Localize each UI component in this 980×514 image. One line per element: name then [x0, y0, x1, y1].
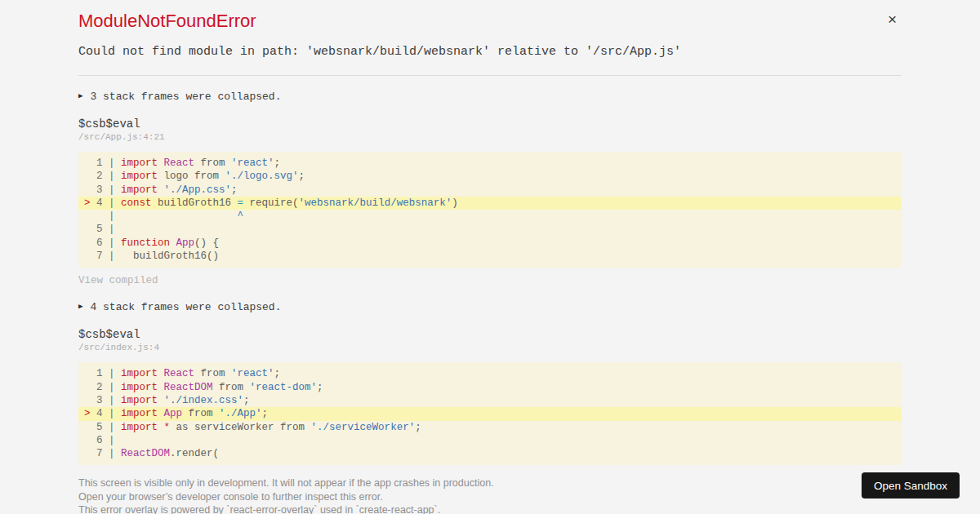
stack-frame-function: $csb$eval — [78, 117, 902, 131]
footer-notes: This screen is visible only in developme… — [78, 476, 902, 514]
footer-note-line: Open your browser’s developer console to… — [78, 490, 902, 504]
code-line: > 4 | const buildGroth16 = require('webs… — [78, 197, 902, 210]
code-line: 5 | — [78, 223, 902, 236]
collapse-triangle-icon: ▶ — [78, 301, 82, 313]
code-line: > 4 | import App from './App'; — [78, 407, 902, 420]
code-line: 3 | import './index.css'; — [78, 394, 902, 407]
stack-frame-location: /src/index.js:4 — [78, 343, 902, 353]
code-line: | ^ — [78, 210, 902, 223]
error-title: ModuleNotFoundError — [78, 11, 902, 31]
footer-note-line: This error overlay is powered by `react-… — [78, 503, 902, 514]
code-line: 1 | import React from 'react'; — [78, 157, 902, 170]
code-line: 2 | import logo from './logo.svg'; — [78, 170, 902, 183]
footer-note-line: This screen is visible only in developme… — [78, 476, 902, 490]
collapsed-frames-label: 3 stack frames were collapsed. — [90, 91, 281, 103]
code-frame-index-js: 1 | import React from 'react'; 2 | impor… — [78, 362, 902, 465]
code-line: 2 | import ReactDOM from 'react-dom'; — [78, 381, 902, 394]
error-message: Could not find module in path: 'websnark… — [78, 45, 902, 60]
code-frame-app-js: 1 | import React from 'react'; 2 | impor… — [78, 152, 902, 268]
code-line: 7 | ReactDOM.render( — [78, 447, 902, 460]
divider — [78, 75, 902, 76]
view-compiled-link[interactable]: View compiled — [78, 275, 158, 287]
code-line: 1 | import React from 'react'; — [78, 367, 902, 380]
code-line: 3 | import './App.css'; — [78, 184, 902, 197]
stack-frame-function: $csb$eval — [78, 328, 902, 341]
error-overlay: × ModuleNotFoundError Could not find mod… — [59, 0, 921, 514]
code-line: 7 | buildGroth16() — [78, 250, 902, 263]
collapsed-frames-label: 4 stack frames were collapsed. — [90, 301, 281, 313]
stack-frame-location: /src/App.js:4:21 — [78, 132, 902, 143]
collapsed-frames-toggle-1[interactable]: ▶ 3 stack frames were collapsed. — [78, 91, 902, 103]
close-icon[interactable]: × — [888, 11, 897, 28]
collapse-triangle-icon: ▶ — [78, 91, 82, 103]
code-line: 5 | import * as serviceWorker from './se… — [78, 421, 902, 434]
collapsed-frames-toggle-2[interactable]: ▶ 4 stack frames were collapsed. — [78, 301, 902, 313]
code-line: 6 | function App() { — [78, 237, 902, 250]
code-line: 6 | — [78, 434, 902, 447]
open-sandbox-button[interactable]: Open Sandbox — [862, 472, 960, 498]
